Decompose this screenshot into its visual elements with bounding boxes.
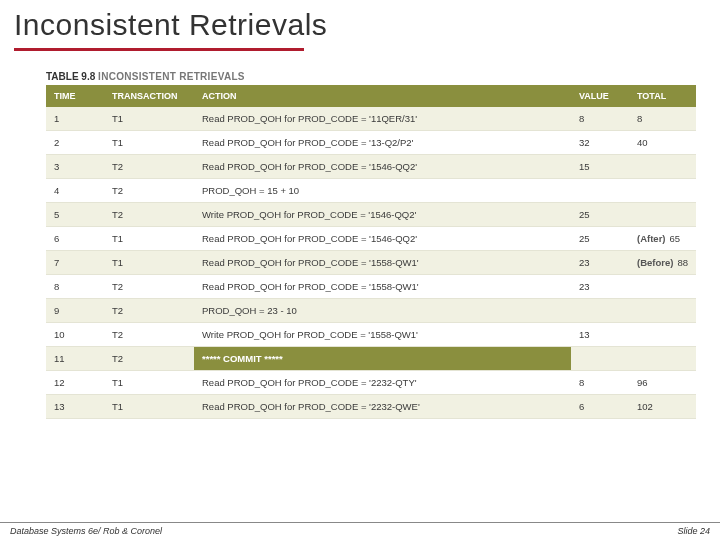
cell-total xyxy=(629,179,696,203)
footer-slide-number: Slide 24 xyxy=(677,526,710,536)
cell-action: PROD_QOH = 23 - 10 xyxy=(194,299,571,323)
table-row: 7T1Read PROD_QOH for PROD_CODE = '1558-Q… xyxy=(46,251,696,275)
col-time: TIME xyxy=(46,85,104,107)
cell-value: 8 xyxy=(571,107,629,131)
cell-action: Read PROD_QOH for PROD_CODE = '1558-QW1' xyxy=(194,275,571,299)
cell-value: 23 xyxy=(571,275,629,299)
cell-action: Read PROD_QOH for PROD_CODE = '2232-QWE' xyxy=(194,395,571,419)
title-underline xyxy=(14,48,304,51)
cell-time: 11 xyxy=(46,347,104,371)
table-row: 8T2Read PROD_QOH for PROD_CODE = '1558-Q… xyxy=(46,275,696,299)
cell-total: (Before)88 xyxy=(629,251,696,275)
cell-transaction: T2 xyxy=(104,155,194,179)
cell-time: 8 xyxy=(46,275,104,299)
table-row: 9T2PROD_QOH = 23 - 10 xyxy=(46,299,696,323)
cell-total: 8 xyxy=(629,107,696,131)
cell-transaction: T1 xyxy=(104,395,194,419)
col-action: ACTION xyxy=(194,85,571,107)
cell-transaction: T1 xyxy=(104,131,194,155)
table-row: 13T1Read PROD_QOH for PROD_CODE = '2232-… xyxy=(46,395,696,419)
cell-value: 25 xyxy=(571,227,629,251)
col-total: TOTAL xyxy=(629,85,696,107)
cell-time: 3 xyxy=(46,155,104,179)
table-header-row: TIME TRANSACTION ACTION VALUE TOTAL xyxy=(46,85,696,107)
cell-total xyxy=(629,347,696,371)
table-row: 3T2Read PROD_QOH for PROD_CODE = '1546-Q… xyxy=(46,155,696,179)
total-note: (After) xyxy=(637,233,666,244)
cell-transaction: T2 xyxy=(104,275,194,299)
cell-transaction: T1 xyxy=(104,251,194,275)
total-value: 40 xyxy=(637,137,648,148)
cell-action: Write PROD_QOH for PROD_CODE = '1546-QQ2… xyxy=(194,203,571,227)
table-container: TABLE 9.8 INCONSISTENT RETRIEVALS TIME T… xyxy=(46,71,696,419)
retrievals-table: TIME TRANSACTION ACTION VALUE TOTAL 1T1R… xyxy=(46,85,696,419)
cell-value: 13 xyxy=(571,323,629,347)
table-row: 10T2Write PROD_QOH for PROD_CODE = '1558… xyxy=(46,323,696,347)
cell-value: 15 xyxy=(571,155,629,179)
cell-value xyxy=(571,347,629,371)
cell-time: 2 xyxy=(46,131,104,155)
col-transaction: TRANSACTION xyxy=(104,85,194,107)
cell-action: Read PROD_QOH for PROD_CODE = '1558-QW1' xyxy=(194,251,571,275)
cell-action: ***** COMMIT ***** xyxy=(194,347,571,371)
cell-total xyxy=(629,155,696,179)
table-row: 5T2Write PROD_QOH for PROD_CODE = '1546-… xyxy=(46,203,696,227)
cell-action: Write PROD_QOH for PROD_CODE = '1558-QW1… xyxy=(194,323,571,347)
cell-value: 6 xyxy=(571,395,629,419)
cell-action: PROD_QOH = 15 + 10 xyxy=(194,179,571,203)
cell-total: 96 xyxy=(629,371,696,395)
cell-value: 25 xyxy=(571,203,629,227)
cell-action: Read PROD_QOH for PROD_CODE = '2232-QTY' xyxy=(194,371,571,395)
total-value: 88 xyxy=(677,257,688,268)
table-row: 4T2PROD_QOH = 15 + 10 xyxy=(46,179,696,203)
cell-total xyxy=(629,323,696,347)
total-value: 65 xyxy=(670,233,681,244)
cell-transaction: T2 xyxy=(104,179,194,203)
table-row: 11T2***** COMMIT ***** xyxy=(46,347,696,371)
cell-total: (After)65 xyxy=(629,227,696,251)
footer-source: Database Systems 6e/ Rob & Coronel xyxy=(10,526,162,536)
cell-transaction: T2 xyxy=(104,347,194,371)
table-caption: TABLE 9.8 INCONSISTENT RETRIEVALS xyxy=(46,71,696,82)
cell-value xyxy=(571,299,629,323)
slide-title: Inconsistent Retrievals xyxy=(14,8,706,42)
cell-time: 7 xyxy=(46,251,104,275)
cell-transaction: T1 xyxy=(104,371,194,395)
cell-transaction: T1 xyxy=(104,227,194,251)
slide-footer: Database Systems 6e/ Rob & Coronel Slide… xyxy=(0,522,720,540)
cell-time: 6 xyxy=(46,227,104,251)
table-row: 12T1Read PROD_QOH for PROD_CODE = '2232-… xyxy=(46,371,696,395)
cell-total xyxy=(629,275,696,299)
cell-transaction: T1 xyxy=(104,107,194,131)
cell-total: 102 xyxy=(629,395,696,419)
cell-transaction: T2 xyxy=(104,299,194,323)
cell-total xyxy=(629,299,696,323)
cell-time: 5 xyxy=(46,203,104,227)
cell-action: Read PROD_QOH for PROD_CODE = '1546-QQ2' xyxy=(194,227,571,251)
cell-action: Read PROD_QOH for PROD_CODE = '11QER/31' xyxy=(194,107,571,131)
cell-time: 13 xyxy=(46,395,104,419)
cell-time: 12 xyxy=(46,371,104,395)
cell-value: 32 xyxy=(571,131,629,155)
cell-action: Read PROD_QOH for PROD_CODE = '13-Q2/P2' xyxy=(194,131,571,155)
cell-time: 9 xyxy=(46,299,104,323)
slide: Inconsistent Retrievals TABLE 9.8 INCONS… xyxy=(0,0,720,540)
cell-total xyxy=(629,203,696,227)
table-row: 2T1Read PROD_QOH for PROD_CODE = '13-Q2/… xyxy=(46,131,696,155)
table-row: 6T1Read PROD_QOH for PROD_CODE = '1546-Q… xyxy=(46,227,696,251)
table-number: TABLE 9.8 xyxy=(46,71,95,82)
cell-time: 1 xyxy=(46,107,104,131)
total-note: (Before) xyxy=(637,257,673,268)
total-value: 96 xyxy=(637,377,648,388)
total-value: 8 xyxy=(637,113,642,124)
cell-action: Read PROD_QOH for PROD_CODE = '1546-QQ2' xyxy=(194,155,571,179)
cell-time: 4 xyxy=(46,179,104,203)
cell-value xyxy=(571,179,629,203)
cell-value: 8 xyxy=(571,371,629,395)
cell-transaction: T2 xyxy=(104,203,194,227)
cell-total: 40 xyxy=(629,131,696,155)
table-row: 1T1Read PROD_QOH for PROD_CODE = '11QER/… xyxy=(46,107,696,131)
col-value: VALUE xyxy=(571,85,629,107)
cell-transaction: T2 xyxy=(104,323,194,347)
total-value: 102 xyxy=(637,401,653,412)
